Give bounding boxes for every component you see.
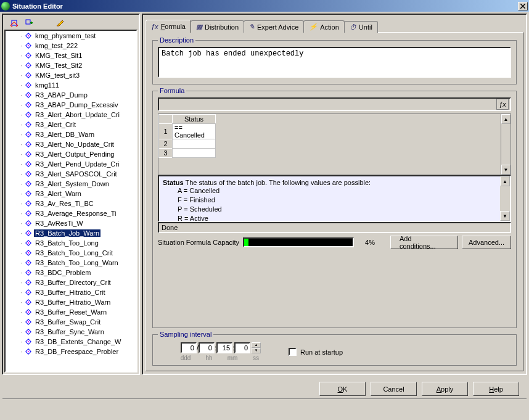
situation-icon (24, 239, 33, 247)
apply-button[interactable]: Apply (422, 382, 468, 396)
capacity-bar (243, 237, 354, 247)
tree-item[interactable]: ·R3_Alert_SAPOSCOL_Crit (6, 169, 136, 179)
situation-icon (24, 170, 33, 178)
help-button[interactable]: Help (473, 382, 519, 396)
situation-icon (24, 160, 33, 168)
situation-icon (24, 268, 33, 277)
situation-icon (24, 120, 33, 129)
tree-item[interactable]: ·R3_Batch_Too_Long_Crit (6, 248, 136, 258)
tree-item[interactable]: ·R3_Buffer_Hitratio_Crit (6, 287, 136, 297)
situation-icon (24, 258, 33, 267)
tree-item[interactable]: ·R3_DB_Extents_Change_W (6, 337, 136, 347)
description-text[interactable] (158, 47, 511, 78)
cell-2[interactable] (173, 139, 216, 149)
fx-icon[interactable]: ƒx (496, 99, 509, 110)
tree-item[interactable]: ·kmg111 (6, 80, 136, 90)
tree-item[interactable]: ·R3_Buffer_Swap_Crit (6, 317, 136, 327)
svg-rect-28 (28, 154, 29, 155)
tree-item[interactable]: ·R3_Alert_Output_Pending (6, 149, 136, 159)
cell-3[interactable] (173, 149, 216, 158)
svg-rect-24 (28, 134, 29, 135)
formula-grid[interactable]: Status 1== Cancelled 2 3 (158, 114, 216, 158)
capacity-label: Situation Formula Capacity (158, 239, 239, 246)
tree-item[interactable]: ·R3_ABAP_Dump_Excessiv (6, 100, 136, 110)
tab-icon: ▦ (196, 23, 202, 31)
tree-item[interactable]: ·R3_ABAP_Dump (6, 90, 136, 100)
cancel-button[interactable]: Cancel (371, 382, 417, 396)
tree-item[interactable]: ·KMG_Test_Sit2 (6, 60, 136, 70)
cell-1[interactable]: == Cancelled (173, 124, 216, 139)
tree-item[interactable]: ·kmg_test_222 (6, 41, 136, 51)
grid-scrollbar[interactable]: ▲ ▼ (501, 114, 511, 175)
svg-rect-56 (28, 292, 29, 293)
tree-item[interactable]: ·R3_Alert_System_Down (6, 179, 136, 189)
svg-rect-60 (28, 311, 29, 313)
svg-rect-30 (28, 163, 29, 165)
tab-icon: ƒx (151, 23, 158, 30)
status-bar (2, 398, 527, 411)
run-at-startup[interactable]: Run at startup (289, 348, 343, 356)
advanced-button[interactable]: Advanced... (462, 236, 511, 249)
tree-item[interactable]: ·KMG_Test_Sit1 (6, 51, 136, 60)
svg-rect-12 (28, 75, 29, 76)
situation-icon (24, 81, 33, 89)
interval-hh[interactable] (199, 342, 215, 353)
run-checkbox[interactable] (289, 348, 297, 356)
tree-item[interactable]: ·R3_Alert_DB_Warn (6, 130, 136, 139)
tab-expert-advice[interactable]: ✎Expert Advice (244, 20, 304, 33)
help-attr: Status (163, 179, 184, 186)
tab-until[interactable]: ⏱Until (344, 21, 378, 33)
tree-item[interactable]: ·KMG_test_sit3 (6, 70, 136, 80)
svg-rect-50 (28, 262, 29, 263)
tree-item[interactable]: ·R3_Alert_No_Update_Crit (6, 139, 136, 149)
tree-item[interactable]: ·R3_Buffer_Sync_Warn (6, 327, 136, 337)
add-conditions-button[interactable]: Add conditions... (390, 236, 458, 249)
tree-item[interactable]: ·R3_Batch_Too_Long_Warn (6, 258, 136, 268)
svg-rect-48 (28, 252, 29, 253)
interval-ss[interactable] (234, 342, 250, 353)
tree-item[interactable]: ·R3_Batch_Too_Long (6, 238, 136, 248)
ok-button[interactable]: OK (319, 382, 366, 396)
tab-formula[interactable]: ƒxFormula (146, 20, 191, 33)
svg-rect-46 (28, 242, 29, 244)
tree-item[interactable]: ·R3_Alert_Abort_Update_Cri (6, 110, 136, 120)
description-group: Description (152, 40, 517, 84)
tree-item[interactable]: ·R3_Buffer_Reset_Warn (6, 307, 136, 317)
capacity-pct: 4% (358, 239, 382, 246)
interval-spinner[interactable]: ▲▼ (252, 342, 261, 353)
tree-item[interactable]: ·R3_AvResTi_W (6, 218, 136, 228)
sampling-legend: Sampling interval (158, 331, 213, 338)
tree-item[interactable]: ·R3_Alert_Warn (6, 189, 136, 199)
tree-item[interactable]: ·R3_Buffer_Hitratio_Warn (6, 297, 136, 307)
tree-item[interactable]: ·R3_DB_Freespace_Probler (6, 347, 136, 356)
svg-rect-34 (28, 183, 29, 184)
tree-item[interactable]: ·R3_BDC_Problem (6, 268, 136, 278)
app-icon (1, 2, 10, 10)
interval-ddd[interactable] (181, 342, 197, 353)
tree-item[interactable]: ·R3_Batch_Job_Warn (6, 228, 136, 238)
tree-item[interactable]: ·R3_Alert_Crit (6, 120, 136, 130)
tree-item[interactable]: ·R3_Average_Response_Ti (6, 208, 136, 218)
close-button[interactable] (518, 2, 528, 10)
add-icon[interactable] (24, 18, 34, 28)
scroll-down-icon: ▼ (501, 165, 511, 175)
new-icon[interactable] (9, 18, 19, 28)
dialog-buttons: OK Cancel Apply Help (0, 377, 529, 398)
svg-rect-2 (26, 20, 30, 24)
tree-item[interactable]: ·kmg_physmem_test (6, 31, 136, 41)
tab-action[interactable]: ⚡Action (303, 20, 345, 33)
help-line-2: P = Scheduled (178, 205, 506, 214)
tab-distribution[interactable]: ▦Distribution (191, 20, 244, 33)
col-status[interactable]: Status (173, 115, 216, 124)
editor-panel: ƒxFormula▦Distribution✎Expert Advice⚡Act… (142, 14, 527, 375)
interval-mm[interactable] (216, 342, 232, 353)
situation-icon (24, 308, 33, 316)
svg-rect-18 (28, 104, 29, 105)
tree-item[interactable]: ·R3_Buffer_Directory_Crit (6, 278, 136, 287)
edit-icon[interactable] (55, 18, 65, 28)
help-lead: The status of the batch job. The followi… (185, 179, 371, 186)
formula-toolbar: ƒx (158, 97, 511, 111)
tree-item[interactable]: ·R3_Av_Res_Ti_BC (6, 199, 136, 208)
situation-tree[interactable]: ·kmg_physmem_test·kmg_test_222·KMG_Test_… (4, 30, 137, 373)
tree-item[interactable]: ·R3_Alert_Pend_Update_Cri (6, 159, 136, 169)
